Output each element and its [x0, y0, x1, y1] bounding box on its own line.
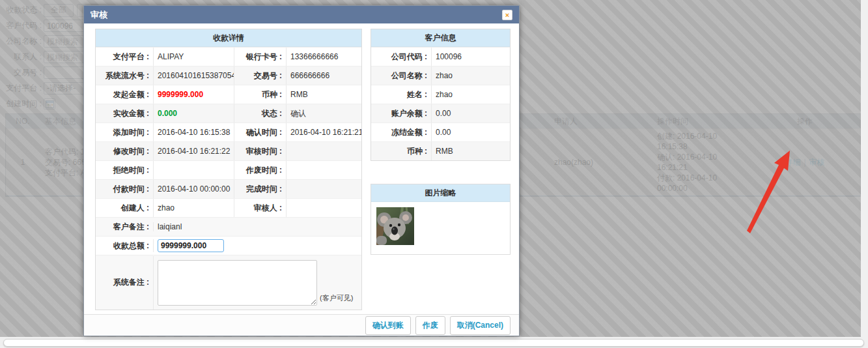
- account-balance-value: 0.00: [431, 104, 510, 123]
- modal-titlebar: 审核 ×: [84, 6, 519, 23]
- void-button[interactable]: 作废: [415, 316, 445, 335]
- cust-currency-value: RMB: [431, 142, 510, 160]
- person-name-label: 姓名 :: [371, 85, 431, 104]
- thumbnail-header: 图片缩略: [371, 184, 510, 202]
- system-note-label: 系统备注 :: [96, 277, 153, 288]
- row-total-amount: 收款总额 :: [96, 236, 361, 255]
- customer-info-header: 客户信息: [371, 29, 510, 47]
- modal-body: 收款详情 支付平台 : ALIPAY 银行卡号 : 13366666666 系统…: [84, 23, 519, 314]
- app-window: 收款状态 : 全部 作废 客户代码 : 公司名称 : 联系人 : 交易号 :: [0, 0, 868, 348]
- row-amount-currency: 发起金额 : 9999999.000 币种 : RMB: [96, 85, 361, 104]
- currency-value: RMB: [286, 85, 361, 104]
- audit-time-label: 审核时间 :: [234, 142, 286, 160]
- completed-time-label: 完成时间 :: [234, 180, 286, 198]
- bank-card-label: 银行卡号 :: [234, 48, 286, 66]
- horizontal-scrollbar[interactable]: [3, 339, 864, 347]
- system-note-hint: (客户可见): [320, 293, 353, 303]
- payment-details-panel: 收款详情 支付平台 : ALIPAY 银行卡号 : 13366666666 系统…: [95, 29, 362, 310]
- total-amount-input[interactable]: [158, 239, 224, 252]
- creator-label: 创建人 :: [96, 199, 153, 217]
- thumbnail-panel: 图片缩略: [371, 184, 511, 255]
- company-name-value: zhao: [431, 66, 510, 85]
- added-time-value: 2016-04-10 16:15:38: [153, 123, 234, 141]
- company-code-label: 公司代码 :: [371, 48, 431, 66]
- auditor-label: 审核人 :: [234, 199, 286, 217]
- frozen-amount-value: 0.00: [431, 123, 510, 141]
- company-code-value: 100096: [431, 48, 510, 66]
- payment-details-header: 收款详情: [96, 29, 361, 47]
- completed-time-value: [286, 180, 361, 198]
- thumbnail-body: [371, 202, 510, 254]
- frozen-amount-label: 冻结金额 :: [371, 123, 431, 141]
- customer-info-rows: 公司代码 : 100096 公司名称 : zhao 姓名 : zhao 账户余额…: [371, 47, 510, 160]
- serial-no-value: 201604101615387054: [153, 66, 234, 85]
- customer-note-value: laiqianl: [153, 222, 361, 231]
- row-frozen-amount: 冻结金额 : 0.00: [371, 123, 510, 141]
- row-paid-completed: 付款时间 : 2016-04-10 00:00:00 完成时间 :: [96, 179, 361, 198]
- modal-title: 审核: [91, 9, 107, 21]
- status-value: 确认: [286, 104, 361, 123]
- received-amount-value: 0.000: [153, 104, 234, 123]
- row-cust-currency: 币种 : RMB: [371, 141, 510, 160]
- platform-value: ALIPAY: [153, 48, 234, 66]
- payment-details-rows: 支付平台 : ALIPAY 银行卡号 : 13366666666 系统流水号 :…: [96, 47, 361, 217]
- rejected-time-label: 拒绝时间 :: [96, 161, 153, 179]
- account-balance-label: 账户余额 :: [371, 104, 431, 123]
- koala-photo[interactable]: [376, 207, 414, 245]
- confirmed-time-value: 2016-04-10 16:21:21: [286, 123, 361, 141]
- added-time-label: 添加时间 :: [96, 123, 153, 141]
- txn-no-value: 666666666: [286, 66, 361, 85]
- row-system-note: 系统备注 : (客户可见): [96, 255, 361, 310]
- modal-footer: 确认到账 作废 取消(Cancel): [84, 314, 519, 336]
- platform-label: 支付平台 :: [96, 48, 153, 66]
- voided-time-label: 作废时间 :: [234, 161, 286, 179]
- rejected-time-value: [153, 161, 234, 179]
- row-creator-auditor: 创建人 : zhao 审核人 :: [96, 198, 361, 217]
- currency-label: 币种 :: [234, 85, 286, 104]
- row-company-code: 公司代码 : 100096: [371, 47, 510, 66]
- serial-no-label: 系统流水号 :: [96, 66, 153, 85]
- txn-no-label: 交易号 :: [234, 66, 286, 85]
- customer-note-label: 客户备注 :: [96, 222, 153, 233]
- row-serial-txn: 系统流水号 : 201604101615387054 交易号 : 6666666…: [96, 66, 361, 85]
- row-customer-note: 客户备注 : laiqianl: [96, 217, 361, 236]
- row-received-status: 实收金额 : 0.000 状态 : 确认: [96, 104, 361, 123]
- paid-time-label: 付款时间 :: [96, 180, 153, 198]
- modified-time-label: 修改时间 :: [96, 142, 153, 160]
- person-name-value: zhao: [431, 85, 510, 104]
- initiated-amount-value: 9999999.000: [153, 85, 234, 104]
- customer-info-panel: 客户信息 公司代码 : 100096 公司名称 : zhao 姓名 : zhao: [371, 29, 511, 161]
- audit-time-value: [286, 142, 361, 160]
- row-person-name: 姓名 : zhao: [371, 85, 510, 104]
- row-added-confirmed: 添加时间 : 2016-04-10 16:15:38 确认时间 : 2016-0…: [96, 123, 361, 141]
- row-modified-audited: 修改时间 : 2016-04-10 16:21:22 审核时间 :: [96, 141, 361, 160]
- row-account-balance: 账户余额 : 0.00: [371, 104, 510, 123]
- row-rejected-voided: 拒绝时间 : 作废时间 :: [96, 160, 361, 179]
- audit-modal: 审核 × 收款详情 支付平台 : ALIPAY 银行卡号 : 133666666…: [83, 5, 520, 336]
- modified-time-value: 2016-04-10 16:21:22: [153, 142, 234, 160]
- confirm-arrival-button[interactable]: 确认到账: [365, 316, 411, 335]
- row-company-name: 公司名称 : zhao: [371, 66, 510, 85]
- bank-card-value: 13366666666: [286, 48, 361, 66]
- initiated-amount-label: 发起金额 :: [96, 85, 153, 104]
- cust-currency-label: 币种 :: [371, 142, 431, 160]
- confirmed-time-label: 确认时间 :: [234, 123, 286, 141]
- paid-time-value: 2016-04-10 00:00:00: [153, 180, 234, 198]
- system-note-textarea[interactable]: [158, 260, 317, 306]
- creator-value: zhao: [153, 199, 234, 217]
- total-amount-label: 收款总额 :: [96, 240, 153, 252]
- cancel-button[interactable]: 取消(Cancel): [450, 316, 511, 335]
- company-name-label: 公司名称 :: [371, 66, 431, 85]
- row-platform-card: 支付平台 : ALIPAY 银行卡号 : 13366666666: [96, 47, 361, 66]
- close-icon[interactable]: ×: [502, 10, 512, 20]
- voided-time-value: [286, 161, 361, 179]
- auditor-value: [286, 199, 361, 217]
- status-label: 状态 :: [234, 104, 286, 123]
- received-amount-label: 实收金额 :: [96, 104, 153, 123]
